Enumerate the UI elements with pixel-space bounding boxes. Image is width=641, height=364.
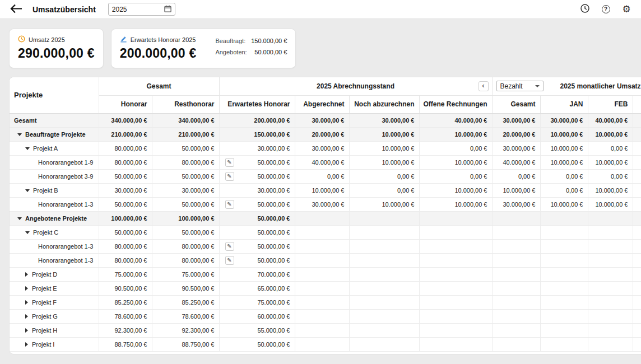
row-label: Honorarangebot 1-3 — [38, 201, 93, 208]
edit-honorar-button[interactable]: ✎ — [225, 200, 234, 209]
value-cell: 30.000,00 € — [99, 183, 152, 197]
year-input[interactable] — [112, 6, 164, 13]
collapse-row-icon[interactable] — [17, 133, 22, 136]
edit-honorar-button[interactable]: ✎ — [225, 172, 234, 181]
value-cell: 80.000,00 € — [99, 239, 152, 253]
edit-honorar-button[interactable]: ✎ — [225, 256, 234, 265]
value-cell — [588, 323, 633, 337]
row-label-cell[interactable]: Projekt F — [10, 295, 99, 309]
cell-value: 0,00 € — [611, 173, 628, 180]
cell-value: 50.000,00 € — [257, 341, 290, 348]
settings-button[interactable]: ⚙ — [621, 4, 632, 15]
edit-honorar-button[interactable]: ✎ — [225, 158, 234, 167]
row-label-cell[interactable]: Projekt E — [10, 281, 99, 295]
value-cell: 200.000,00 € — [219, 113, 295, 127]
column-header-projekte: Projekte — [10, 77, 99, 113]
row-label-cell[interactable]: Projekt I — [10, 337, 99, 351]
cell-value: 80.000,00 € — [114, 159, 147, 166]
expand-row-icon[interactable] — [25, 272, 28, 277]
cell-value: 70.000,00 € — [257, 271, 290, 278]
cell-value: 0,00 € — [470, 173, 487, 180]
honorar-breakdown: Beauftragt: 150.000,00 € Angeboten: 50.0… — [215, 35, 287, 61]
cell-value: 50.000,00 € — [257, 243, 290, 250]
value-cell — [540, 323, 588, 337]
cell-value: 30.000,00 € — [312, 117, 344, 124]
value-cell: 10.000,00 € — [349, 141, 419, 155]
collapse-row-icon[interactable] — [25, 189, 30, 192]
value-cell: 30.000,00 € — [540, 113, 588, 127]
value-cell — [492, 337, 540, 351]
cell-value: 78.600,00 € — [182, 313, 214, 320]
cell-value: 10.000,00 € — [382, 145, 414, 152]
value-cell: 92.300,00 € — [99, 323, 152, 337]
value-cell — [492, 225, 540, 239]
value-cell: 30.000,00 € — [492, 113, 540, 127]
row-label-cell[interactable]: Projekt C — [10, 225, 99, 239]
value-cell: 65.000,00 € — [219, 281, 295, 295]
expand-row-icon[interactable] — [25, 300, 28, 305]
value-cell: 50.000,00 € — [99, 225, 152, 239]
collapse-row-icon[interactable] — [25, 231, 30, 234]
expand-row-icon[interactable] — [25, 314, 28, 319]
value-cell: 10.000,00 € — [588, 197, 633, 211]
cell-value: 40.000,00 € — [503, 159, 535, 166]
help-button[interactable]: ? — [600, 4, 611, 15]
beauftragt-row: Beauftragt: 150.000,00 € — [215, 38, 287, 44]
value-cell — [633, 337, 641, 351]
value-cell — [633, 225, 641, 239]
history-clock-icon — [580, 3, 590, 15]
value-cell — [419, 323, 492, 337]
value-cell — [633, 141, 641, 155]
cell-value: 10.000,00 € — [503, 187, 535, 194]
value-cell — [295, 211, 349, 225]
year-picker[interactable] — [108, 3, 175, 16]
collapse-row-icon[interactable] — [25, 147, 30, 150]
value-cell: 60.000,00 € — [219, 309, 295, 323]
row-label-cell[interactable]: Angebotene Projekte — [10, 211, 99, 225]
history-button[interactable] — [579, 4, 591, 15]
value-cell: 78.600,00 € — [99, 309, 152, 323]
row-label-cell[interactable]: Beauftragte Projekte — [10, 127, 99, 141]
value-cell: ✎50.000,00 € — [219, 169, 295, 183]
value-cell — [633, 281, 641, 295]
cell-value: 30.000,00 € — [382, 117, 414, 124]
edit-honorar-button[interactable]: ✎ — [225, 242, 234, 251]
back-button[interactable] — [9, 3, 24, 16]
back-arrow-icon — [10, 4, 22, 15]
row-label-cell[interactable]: Projekt A — [10, 141, 99, 155]
cell-value: 78.600,00 € — [114, 313, 147, 320]
row-label-cell[interactable]: Projekt H — [10, 323, 99, 337]
value-cell — [588, 281, 633, 295]
expand-row-icon[interactable] — [25, 342, 28, 347]
table-row: Projekt G78.600,00 €78.600,00 €60.000,00… — [10, 309, 641, 323]
value-cell — [540, 281, 588, 295]
collapse-group-button[interactable]: ‹ — [479, 81, 489, 91]
expand-row-icon[interactable] — [25, 286, 28, 291]
bezahlt-dropdown[interactable]: Bezahlt — [496, 81, 544, 91]
cell-value: 90.500,00 € — [114, 285, 147, 292]
value-cell: 80.000,00 € — [152, 155, 219, 169]
value-cell: 30.000,00 € — [492, 197, 540, 211]
row-label-cell[interactable]: Projekt B — [10, 183, 99, 197]
row-label-cell[interactable]: Projekt G — [10, 309, 99, 323]
cell-value: 50.000,00 € — [257, 229, 290, 236]
table-row: Honorarangebot 1-380.000,00 €80.000,00 €… — [10, 239, 641, 253]
cell-value: 10.000,00 € — [454, 201, 487, 208]
collapse-row-icon[interactable] — [17, 217, 22, 220]
table-row: Angebotene Projekte100.000,00 €100.000,0… — [10, 211, 641, 225]
calendar-icon[interactable] — [164, 4, 171, 15]
value-cell: 0,00 € — [540, 183, 588, 197]
erwartetes-honorar-card: Erwartets Honorar 2025 200.000,00 € Beau… — [111, 29, 296, 68]
cell-value: 30.000,00 € — [550, 117, 583, 124]
value-cell: 78.600,00 € — [152, 309, 219, 323]
value-cell: 210.000,00 € — [152, 127, 219, 141]
cell-value: 0,00 € — [397, 173, 415, 180]
expand-row-icon[interactable] — [25, 328, 28, 333]
value-cell: 10.000,00 € — [588, 155, 633, 169]
value-cell — [633, 267, 641, 281]
row-label-cell[interactable]: Projekt D — [10, 267, 99, 281]
cell-value: 88.750,00 € — [114, 341, 147, 348]
value-cell — [492, 239, 540, 253]
cell-value: 50.000,00 € — [114, 173, 147, 180]
value-cell: 10.000,00 € — [419, 155, 492, 169]
